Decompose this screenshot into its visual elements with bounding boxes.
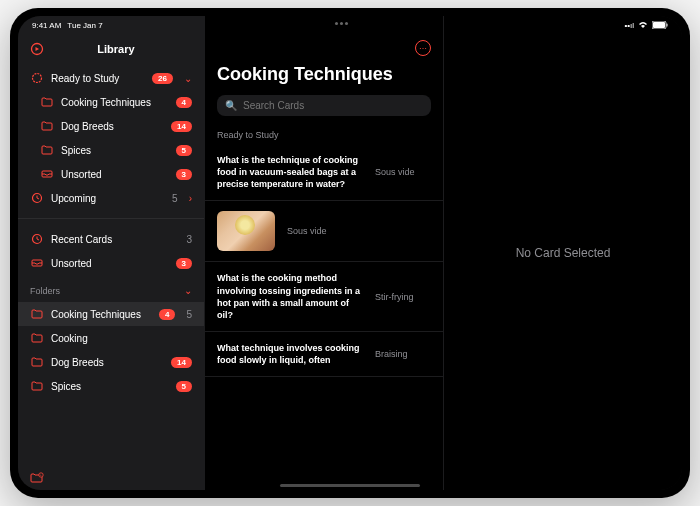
ready-to-study-row[interactable]: Ready to Study 26 ⌄: [18, 66, 204, 90]
recent-cards-row[interactable]: Recent Cards 3: [18, 227, 204, 251]
card-question: What is the technique of cooking food in…: [217, 154, 363, 190]
upcoming-label: Upcoming: [51, 193, 161, 204]
folder-icon: [40, 95, 54, 109]
sidebar-title: Library: [54, 43, 178, 55]
item-label: Cooking Techniques: [61, 97, 169, 108]
wifi-icon: [638, 21, 648, 29]
folder-label: Cooking Techniques: [51, 309, 152, 320]
upcoming-row[interactable]: Upcoming 5 ›: [18, 186, 204, 210]
folders-header[interactable]: Folders ⌄: [18, 279, 204, 298]
status-icons: ••ıl: [624, 21, 668, 30]
chevron-down-icon[interactable]: ⌄: [184, 73, 192, 84]
sidebar-item-dog-breeds[interactable]: Dog Breeds 14: [18, 114, 204, 138]
signal-icon: ••ıl: [624, 21, 634, 30]
folder-badge: 4: [159, 309, 175, 320]
folder-spices[interactable]: Spices 5: [18, 374, 204, 398]
card-answer: Braising: [375, 349, 431, 359]
clock-icon: [30, 191, 44, 205]
new-folder-icon: +: [30, 471, 44, 485]
svg-rect-1: [653, 22, 665, 28]
clock-icon: [30, 232, 44, 246]
folder-cooking-techniques[interactable]: Cooking Techniques 4 5: [18, 302, 204, 326]
empty-state: No Card Selected: [516, 246, 611, 260]
more-icon[interactable]: ⋯: [415, 40, 431, 56]
card-answer: Sous vide: [287, 226, 431, 236]
svg-point-4: [33, 74, 42, 83]
folder-label: Dog Breeds: [51, 357, 164, 368]
card-list[interactable]: What is the technique of cooking food in…: [205, 144, 443, 490]
upcoming-count: 5: [172, 193, 178, 204]
battery-icon: [652, 21, 668, 29]
item-label: Dog Breeds: [61, 121, 164, 132]
folder-count: 5: [186, 309, 192, 320]
recent-count: 3: [186, 234, 192, 245]
item-badge: 14: [171, 121, 192, 132]
sidebar-item-spices[interactable]: Spices 5: [18, 138, 204, 162]
folder-icon: [40, 143, 54, 157]
svg-text:+: +: [40, 473, 42, 477]
sidebar-header: Library: [18, 36, 204, 62]
item-badge: 5: [176, 145, 192, 156]
folder-label: Cooking: [51, 333, 192, 344]
folder-icon: [30, 379, 44, 393]
folder-badge: 14: [171, 357, 192, 368]
sidebar-item-cooking-techniques[interactable]: Cooking Techniques 4: [18, 90, 204, 114]
main-title: Cooking Techniques: [205, 60, 443, 89]
sidebar: Library Ready to Study 26 ⌄ Cooking Tech…: [18, 16, 204, 490]
study-icon: [30, 71, 44, 85]
tray-icon: [40, 167, 54, 181]
home-indicator[interactable]: [280, 484, 420, 487]
ready-label: Ready to Study: [51, 73, 145, 84]
app-handle[interactable]: [335, 22, 365, 25]
chevron-right-icon[interactable]: ›: [189, 193, 192, 204]
item-label: Spices: [61, 145, 169, 156]
status-bar: 9:41 AM Tue Jan 7 ••ıl: [18, 16, 682, 34]
folder-icon: [30, 355, 44, 369]
divider: [18, 218, 204, 219]
folders-header-label: Folders: [30, 286, 60, 296]
card-question: What technique involves cooking food slo…: [217, 342, 363, 366]
card-item[interactable]: Sous vide: [205, 201, 443, 262]
search-box[interactable]: 🔍: [217, 95, 431, 116]
folder-icon: [30, 331, 44, 345]
folder-dog-breeds[interactable]: Dog Breeds 14: [18, 350, 204, 374]
card-answer: Stir-frying: [375, 292, 431, 302]
list-section-label: Ready to Study: [205, 122, 443, 144]
folder-icon: [40, 119, 54, 133]
unsorted-badge: 3: [176, 258, 192, 269]
chevron-down-icon[interactable]: ⌄: [184, 285, 192, 296]
svg-rect-2: [667, 24, 668, 27]
tray-icon: [30, 256, 44, 270]
card-item[interactable]: What is the technique of cooking food in…: [205, 144, 443, 201]
card-answer: Sous vide: [375, 167, 431, 177]
app-icon[interactable]: [30, 42, 44, 56]
status-date: Tue Jan 7: [67, 21, 102, 30]
new-folder-button[interactable]: +: [18, 466, 204, 490]
card-thumbnail: [217, 211, 275, 251]
ready-badge: 26: [152, 73, 173, 84]
search-input[interactable]: [243, 100, 423, 111]
card-item[interactable]: What technique involves cooking food slo…: [205, 332, 443, 377]
recent-label: Recent Cards: [51, 234, 175, 245]
status-time: 9:41 AM: [32, 21, 61, 30]
item-badge: 3: [176, 169, 192, 180]
item-label: Unsorted: [61, 169, 169, 180]
folder-cooking[interactable]: Cooking: [18, 326, 204, 350]
folder-badge: 5: [176, 381, 192, 392]
search-icon: 🔍: [225, 100, 237, 111]
card-question: What is the cooking method involving tos…: [217, 272, 363, 321]
unsorted-row[interactable]: Unsorted 3: [18, 251, 204, 275]
folder-icon: [30, 307, 44, 321]
detail-panel: No Card Selected: [444, 16, 682, 490]
card-item[interactable]: What is the cooking method involving tos…: [205, 262, 443, 332]
item-badge: 4: [176, 97, 192, 108]
folder-label: Spices: [51, 381, 169, 392]
sidebar-item-unsorted[interactable]: Unsorted 3: [18, 162, 204, 186]
card-list-panel: ⋯ Cooking Techniques 🔍 Ready to Study Wh…: [204, 16, 444, 490]
unsorted-label: Unsorted: [51, 258, 169, 269]
